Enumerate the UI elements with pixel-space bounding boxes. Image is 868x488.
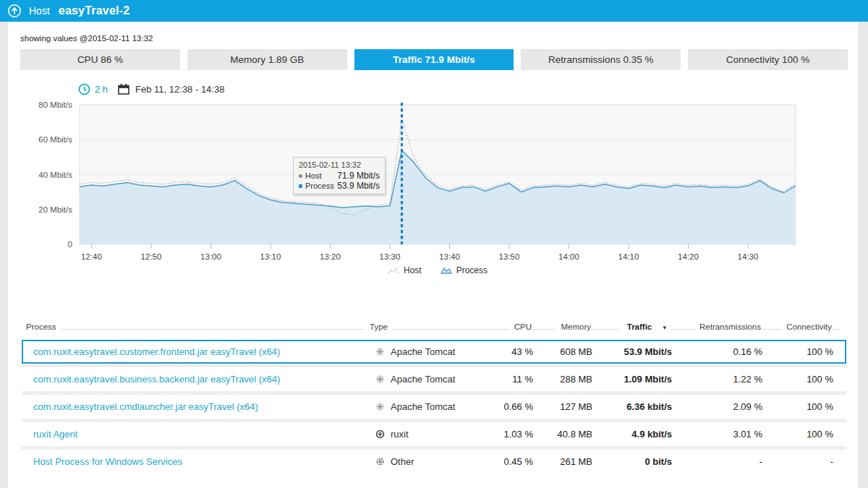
connectivity-value: 100 %	[807, 429, 833, 440]
column-header-type[interactable]: Type	[365, 322, 392, 331]
process-link[interactable]: ruxit Agent	[23, 429, 367, 440]
up-arrow-circle-icon[interactable]	[7, 4, 22, 18]
tab-cpu[interactable]: CPU 86 %	[20, 49, 180, 70]
tooltip-process-label: Process	[305, 181, 334, 191]
date-range-label[interactable]: Feb 11, 12:38 - 14:38	[135, 84, 224, 95]
page-title: easyTravel-2	[59, 4, 129, 17]
svg-text:14:00: 14:00	[558, 252, 579, 261]
connectivity-value: 100 %	[807, 374, 833, 385]
process-type-label: Other	[391, 456, 414, 467]
tab-retransmissions[interactable]: Retransmissions 0.35 %	[521, 49, 681, 70]
process-table: Process Type CPU Memory Traffic ▾ Retran…	[22, 320, 846, 474]
svg-text:12:50: 12:50	[141, 252, 162, 261]
ruxit-agent-icon	[375, 429, 385, 439]
process-link[interactable]: com.ruxit.easytravel.cmdlauncher.jar eas…	[23, 401, 367, 412]
process-type-label: Apache Tomcat	[391, 401, 455, 412]
host-legend-icon	[388, 267, 399, 275]
cpu-value: 0.66 %	[504, 401, 533, 412]
svg-text:0: 0	[68, 240, 72, 249]
table-row[interactable]: Host Process for Windows Services Other …	[22, 450, 846, 474]
process-legend-icon	[441, 267, 452, 275]
tomcat-icon	[375, 347, 385, 356]
column-header-traffic[interactable]: Traffic ▾	[618, 322, 671, 331]
svg-text:13:10: 13:10	[260, 252, 281, 261]
retransmissions-value: 2.09 %	[733, 401, 762, 412]
svg-text:13:30: 13:30	[380, 252, 401, 261]
retransmissions-value: 3.01 %	[733, 429, 762, 440]
column-header-memory[interactable]: Memory	[556, 322, 591, 331]
memory-value: 40.8 MB	[558, 429, 592, 440]
legend-item-host[interactable]: Host	[388, 265, 422, 275]
process-table-header: Process Type CPU Memory Traffic ▾ Retran…	[22, 320, 846, 333]
process-link[interactable]: com.ruxit.easytravel.customer.frontend.j…	[23, 346, 367, 357]
column-header-cpu[interactable]: CPU	[510, 322, 532, 331]
tomcat-icon	[375, 374, 385, 384]
svg-text:13:20: 13:20	[320, 252, 341, 261]
legend-process-label: Process	[456, 265, 488, 275]
tooltip-process-value: 53.9 Mbit/s	[337, 181, 380, 191]
svg-text:40 Mbit/s: 40 Mbit/s	[38, 171, 72, 179]
page-gutter-left	[0, 22, 8, 488]
memory-value: 608 MB	[560, 346, 592, 357]
traffic-value: 1.09 Mbit/s	[624, 374, 672, 385]
cpu-value: 11 %	[512, 374, 533, 385]
tab-traffic[interactable]: Traffic 71.9 Mbit/s	[354, 49, 514, 70]
tooltip-timestamp: 2015-02-11 13:32	[299, 160, 380, 169]
table-row[interactable]: com.ruxit.easytravel.cmdlauncher.jar eas…	[22, 395, 846, 419]
top-header-bar: Host easyTravel-2	[0, 0, 868, 22]
connectivity-value: 100 %	[807, 401, 833, 412]
calendar-icon[interactable]	[118, 84, 129, 95]
sort-caret-icon: ▾	[658, 324, 671, 331]
tab-connectivity[interactable]: Connectivity 100 %	[688, 49, 848, 70]
svg-text:80 Mbit/s: 80 Mbit/s	[38, 100, 72, 109]
chart-legend: Host Process	[388, 265, 488, 275]
process-table-body: com.ruxit.easytravel.customer.frontend.j…	[22, 340, 846, 474]
page-gutter-right	[858, 22, 868, 488]
memory-value: 127 MB	[560, 401, 592, 412]
metric-tabs: CPU 86 % Memory 1.89 GB Traffic 71.9 Mbi…	[20, 49, 848, 70]
svg-text:13:00: 13:00	[200, 252, 221, 261]
process-type-label: ruxit	[391, 429, 409, 440]
cpu-value: 0.45 %	[504, 456, 533, 467]
svg-text:14:10: 14:10	[618, 252, 639, 261]
svg-text:13:50: 13:50	[499, 252, 520, 261]
chart-toolbar: 2 h Feb 11, 12:38 - 14:38	[78, 82, 868, 96]
legend-item-process[interactable]: Process	[441, 265, 488, 275]
column-header-connectivity[interactable]: Connectivity	[782, 322, 832, 331]
retransmissions-value: -	[760, 456, 762, 467]
chart-plot-area[interactable]: 80 Mbit/s60 Mbit/s40 Mbit/s20 Mbit/s012:…	[7, 99, 868, 270]
cpu-value: 1.03 %	[504, 429, 533, 440]
process-type-label: Apache Tomcat	[391, 374, 455, 385]
table-row[interactable]: com.ruxit.easytravel.customer.frontend.j…	[22, 340, 846, 364]
traffic-value: 53.9 Mbit/s	[624, 346, 672, 357]
clock-icon[interactable]	[78, 83, 90, 95]
chart-tooltip: 2015-02-11 13:32 Host 71.9 Mbit/s Proces…	[293, 157, 386, 194]
connectivity-value: -	[830, 456, 833, 467]
table-row[interactable]: com.ruxit.easytravel.business.backend.ja…	[22, 367, 846, 391]
column-header-process[interactable]: Process	[22, 322, 61, 331]
traffic-chart: 80 Mbit/s60 Mbit/s40 Mbit/s20 Mbit/s012:…	[7, 99, 868, 280]
svg-text:20 Mbit/s: 20 Mbit/s	[38, 205, 72, 214]
process-link[interactable]: Host Process for Windows Services	[23, 456, 367, 467]
retransmissions-value: 1.22 %	[733, 374, 762, 385]
breadcrumb[interactable]: Host	[29, 5, 50, 17]
svg-text:60 Mbit/s: 60 Mbit/s	[38, 135, 72, 144]
time-range-button[interactable]: 2 h	[95, 84, 108, 95]
cpu-value: 43 %	[511, 346, 533, 357]
table-row[interactable]: ruxit Agent ruxit 1.03 % 40.8 MB 4.9 kbi…	[22, 422, 846, 446]
retransmissions-value: 0.16 %	[733, 346, 762, 357]
traffic-value: 6.36 kbit/s	[626, 401, 672, 412]
process-link[interactable]: com.ruxit.easytravel.business.backend.ja…	[23, 374, 367, 385]
connectivity-value: 100 %	[807, 346, 833, 357]
tab-memory[interactable]: Memory 1.89 GB	[187, 49, 347, 70]
tomcat-icon	[375, 402, 385, 411]
memory-value: 261 MB	[560, 456, 592, 467]
column-header-retransmissions[interactable]: Retransmissions	[695, 322, 761, 331]
tooltip-host-value: 71.9 Mbit/s	[337, 171, 380, 181]
gear-icon	[375, 457, 385, 466]
svg-text:14:30: 14:30	[738, 252, 759, 261]
process-series-marker	[299, 184, 302, 188]
svg-text:14:20: 14:20	[678, 252, 699, 261]
tooltip-host-label: Host	[305, 171, 322, 181]
host-series-marker	[299, 174, 302, 178]
